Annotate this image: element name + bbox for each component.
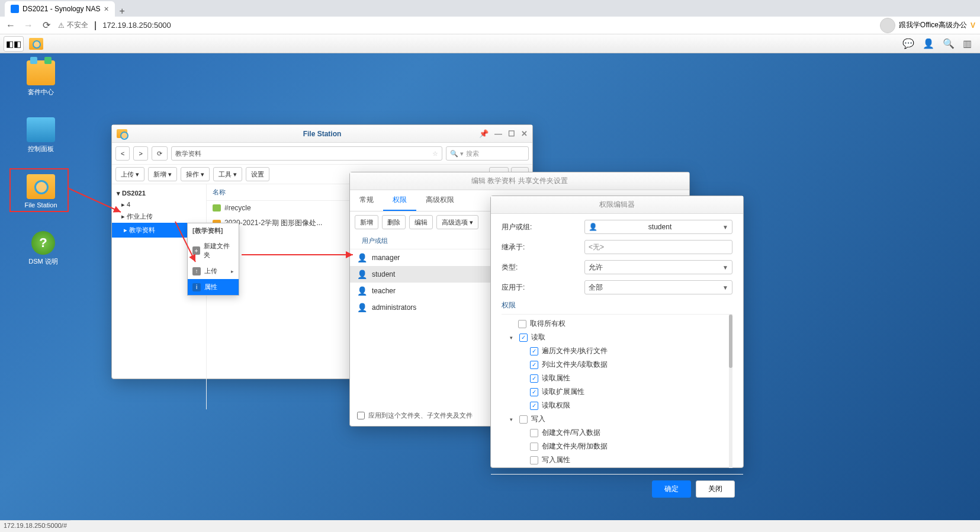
- folder-icon: [117, 129, 127, 138]
- create-button[interactable]: 新增 ▾: [148, 167, 177, 181]
- permission-editor-window: 权限编辑器 用户或组: 👤 student▼ 继承于: <无> 类型: 允许▼ …: [490, 196, 744, 468]
- forward-button: →: [23, 20, 34, 31]
- perm-group-read[interactable]: ▾读取: [510, 331, 732, 344]
- window-title: 权限编辑器: [491, 200, 743, 210]
- perm-section-label: 权限: [502, 300, 732, 310]
- user-icon[interactable]: 👤: [923, 38, 934, 49]
- search-input[interactable]: 🔍 ▾ 搜索: [446, 146, 529, 161]
- minimize-icon[interactable]: —: [494, 129, 502, 138]
- desktop-dsm-help[interactable]: ?DSM 说明: [23, 231, 64, 266]
- perm-check[interactable]: 读取属性: [510, 371, 732, 385]
- permission-tree: 取得所有权 ▾读取 遍历文件夹/执行文件 列出文件夹/读取数据 读取属性 读取扩…: [502, 314, 732, 468]
- browser-user-badge[interactable]: 跟我学Office高级办公 V: [880, 18, 975, 33]
- tab-title: DS2021 - Synology NAS: [23, 5, 100, 13]
- apply-select[interactable]: 全部▼: [584, 280, 732, 294]
- ok-button[interactable]: 确定: [652, 480, 691, 498]
- search-icon[interactable]: 🔍: [943, 38, 955, 49]
- perm-check[interactable]: 遍历文件夹/执行文件: [510, 344, 732, 358]
- desktop-package-center[interactable]: 套件中心: [20, 60, 62, 97]
- perm-check[interactable]: 取得所有权: [510, 317, 732, 331]
- apply-recursive-check[interactable]: 应用到这个文件夹、子文件夹及文件: [357, 411, 473, 420]
- desktop-file-station[interactable]: File Station: [20, 174, 62, 209]
- scrollbar[interactable]: [729, 315, 732, 468]
- ctx-new-folder[interactable]: +新建文件夹: [188, 238, 239, 263]
- reload-button[interactable]: ⟳: [40, 20, 52, 31]
- chat-icon[interactable]: 💬: [902, 38, 914, 49]
- maximize-icon[interactable]: ☐: [508, 129, 515, 138]
- tools-button[interactable]: 工具 ▾: [213, 167, 242, 181]
- main-menu-button[interactable]: ◧◧: [4, 36, 24, 52]
- address-url[interactable]: 172.19.18.250:5000: [102, 21, 171, 30]
- tab-permission[interactable]: 权限: [383, 190, 416, 211]
- browser-tab[interactable]: DS2021 - Synology NAS ×: [5, 1, 115, 17]
- nav-forward-button[interactable]: >: [133, 146, 147, 161]
- user-select[interactable]: 👤 student▼: [584, 220, 732, 234]
- window-title: 编辑 教学资料 共享文件夹设置: [350, 176, 689, 186]
- tab-close-icon[interactable]: ×: [104, 4, 108, 14]
- status-bar: 172.19.18.250:5000/#: [0, 520, 70, 532]
- upload-button[interactable]: 上传 ▾: [115, 167, 144, 181]
- tab-general[interactable]: 常规: [350, 190, 383, 211]
- nav-back-button[interactable]: <: [115, 146, 130, 161]
- action-button[interactable]: 操作 ▾: [181, 167, 210, 181]
- new-tab-button[interactable]: +: [115, 6, 130, 17]
- site-security[interactable]: ⚠ 不安全: [58, 20, 88, 30]
- perm-check[interactable]: 列出文件夹/读取数据: [510, 358, 732, 371]
- tree-item[interactable]: ▸ 4: [112, 199, 206, 210]
- tree-root[interactable]: ▾ DS2021: [112, 188, 206, 199]
- path-field[interactable]: 教学资料☆: [171, 146, 442, 161]
- type-select[interactable]: 允许▼: [584, 260, 732, 274]
- ctx-upload[interactable]: ↑上传▸: [188, 263, 239, 279]
- close-icon[interactable]: ✕: [521, 129, 528, 138]
- perm-check[interactable]: 写入属性: [510, 453, 732, 467]
- perm-advanced-button[interactable]: 高级选项 ▾: [436, 215, 478, 229]
- folder-tree: ▾ DS2021 ▸ 4 ▸ 作业上传 ▸ 教学资料: [112, 184, 207, 409]
- perm-check[interactable]: 读取扩展属性: [510, 385, 732, 399]
- tab-advanced[interactable]: 高级权限: [416, 190, 464, 211]
- back-button[interactable]: ←: [5, 20, 17, 31]
- close-button[interactable]: 关闭: [696, 480, 735, 498]
- desktop-control-panel[interactable]: 控制面板: [20, 117, 62, 153]
- inherit-field: <无>: [584, 240, 732, 254]
- refresh-button[interactable]: ⟳: [152, 146, 168, 161]
- perm-check[interactable]: 创建文件夹/附加数据: [510, 440, 732, 453]
- perm-delete-button[interactable]: 删除: [382, 215, 406, 229]
- ctx-title: [教学资料]: [188, 223, 239, 238]
- tab-favicon: [11, 5, 19, 13]
- ctx-properties[interactable]: i属性: [188, 279, 239, 295]
- context-menu: [教学资料] +新建文件夹 ↑上传▸ i属性: [187, 223, 239, 296]
- widgets-icon[interactable]: ▥: [963, 38, 972, 49]
- window-title: File Station: [112, 130, 532, 138]
- taskbar-filestation[interactable]: [26, 36, 46, 52]
- perm-create-button[interactable]: 新增: [355, 215, 378, 229]
- perm-group-write[interactable]: ▾写入: [510, 412, 732, 426]
- perm-check[interactable]: 读取权限: [510, 399, 732, 412]
- pin-icon[interactable]: 📌: [479, 129, 489, 138]
- perm-check[interactable]: 创建文件/写入数据: [510, 426, 732, 440]
- tree-item[interactable]: ▸ 作业上传: [112, 210, 206, 223]
- avatar-icon: [880, 18, 895, 33]
- dsm-taskbar: ◧◧ 💬 👤 🔍 ▥: [0, 34, 980, 53]
- settings-button[interactable]: 设置: [246, 167, 269, 181]
- perm-edit-button[interactable]: 编辑: [409, 215, 433, 229]
